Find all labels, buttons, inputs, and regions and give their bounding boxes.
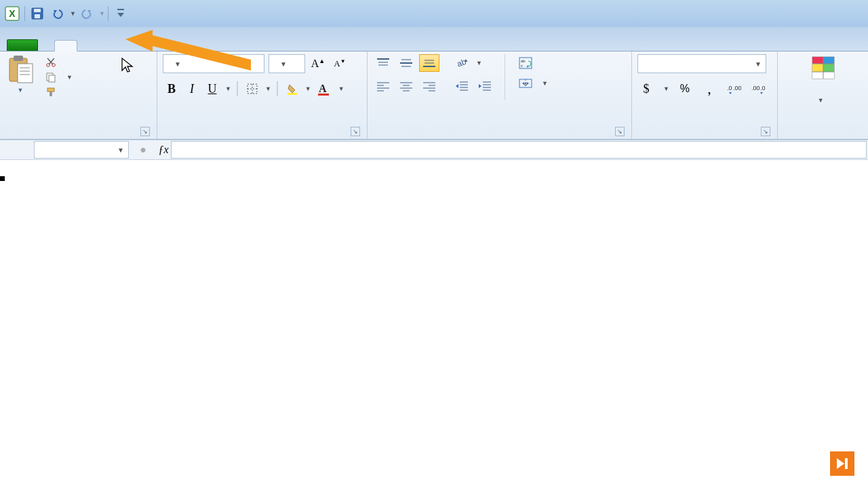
percent-format-button[interactable]: % (676, 80, 694, 98)
group-styles: ▼ (778, 52, 868, 139)
merge-dropdown-icon[interactable]: ▼ (542, 80, 548, 87)
decrease-font-icon[interactable]: A▼ (331, 55, 349, 73)
wrap-text-icon: abc (519, 57, 532, 69)
decrease-indent-button[interactable] (452, 77, 472, 95)
undo-icon[interactable] (48, 4, 67, 23)
underline-button[interactable]: U (203, 80, 221, 98)
svg-rect-19 (50, 92, 52, 96)
tab-formulas[interactable] (156, 40, 164, 51)
comma-format-button[interactable]: , (701, 80, 718, 98)
align-left-button[interactable] (373, 77, 393, 95)
paste-icon (5, 54, 35, 85)
font-name-combo[interactable]: ▼ (163, 54, 264, 73)
paste-dropdown-icon[interactable]: ▼ (18, 87, 24, 94)
redo-icon[interactable] (77, 4, 96, 23)
increase-font-icon[interactable]: A▲ (309, 55, 327, 73)
group-label-styles (783, 135, 863, 139)
tab-review[interactable] (205, 40, 213, 51)
chevron-down-icon: ▼ (280, 60, 287, 68)
orientation-dropdown-icon[interactable]: ▼ (476, 60, 482, 66)
quick-access-toolbar: X ▼ ▼ (0, 4, 130, 23)
number-launcher[interactable]: ↘ (761, 127, 770, 136)
fill-handle[interactable] (0, 176, 5, 181)
wrap-text-button[interactable]: abc (515, 56, 552, 70)
svg-text:.0: .0 (727, 85, 732, 92)
svg-rect-20 (248, 84, 257, 94)
copy-dropdown-icon[interactable]: ▼ (66, 74, 73, 81)
cond-dropdown-icon[interactable]: ▼ (818, 97, 824, 104)
borders-dropdown-icon[interactable]: ▼ (265, 85, 271, 92)
cut-icon (45, 56, 57, 68)
group-clipboard: ▼ ▼ ↘ (0, 52, 157, 139)
group-label-number: ↘ (637, 135, 772, 139)
font-launcher[interactable]: ↘ (351, 127, 360, 136)
conditional-formatting-icon (810, 54, 837, 81)
redo-dropdown-icon[interactable]: ▼ (99, 10, 105, 17)
tab-data[interactable] (180, 40, 189, 51)
paste-button[interactable]: ▼ (5, 54, 38, 94)
decrease-decimal-button[interactable]: .00.0 (749, 80, 767, 98)
clipboard-launcher[interactable]: ↘ (140, 127, 150, 136)
cut-button[interactable] (42, 56, 75, 69)
svg-rect-75 (845, 458, 848, 469)
name-box[interactable]: ▼ (34, 141, 129, 159)
tab-insert[interactable] (94, 40, 102, 51)
svg-text:c: c (521, 64, 523, 68)
chevron-down-icon[interactable]: ▼ (117, 146, 124, 154)
svg-rect-3 (34, 9, 41, 12)
font-color-dropdown-icon[interactable]: ▼ (338, 85, 344, 92)
merge-center-button[interactable]: a ▼ (515, 76, 552, 91)
svg-rect-4 (35, 14, 40, 18)
tab-file[interactable] (7, 39, 38, 51)
orientation-button[interactable]: ab (452, 54, 472, 72)
borders-button[interactable] (243, 80, 261, 98)
format-painter-button[interactable] (42, 85, 75, 99)
align-right-button[interactable] (419, 77, 439, 95)
fill-color-button[interactable] (283, 80, 301, 98)
fx-icon[interactable]: ƒx (156, 142, 171, 157)
copy-icon (45, 71, 57, 83)
excel-icon[interactable]: X (3, 4, 22, 23)
alignment-launcher[interactable]: ↘ (615, 127, 625, 136)
tab-home[interactable] (54, 40, 77, 52)
fill-color-dropdown-icon[interactable]: ▼ (305, 85, 311, 92)
increase-indent-button[interactable] (475, 77, 495, 95)
merge-icon: a (519, 77, 532, 89)
font-size-combo[interactable]: ▼ (269, 54, 305, 73)
svg-rect-23 (288, 93, 297, 95)
align-top-button[interactable] (373, 54, 393, 72)
format-painter-icon (45, 86, 57, 98)
group-label-clipboard: ↘ (5, 135, 151, 139)
align-bottom-button[interactable] (419, 54, 439, 72)
group-alignment: ab ▼ abc a (368, 52, 632, 139)
number-format-combo[interactable]: ▼ (637, 54, 766, 73)
svg-text:.0: .0 (760, 85, 766, 92)
worksheet-grid[interactable] (0, 160, 868, 176)
tab-view[interactable] (229, 40, 237, 51)
align-center-button[interactable] (396, 77, 416, 95)
svg-text:ab: ab (456, 57, 468, 69)
underline-dropdown-icon[interactable]: ▼ (225, 85, 231, 92)
formula-bar[interactable] (171, 141, 867, 159)
customize-qat-icon[interactable] (111, 4, 130, 23)
conditional-formatting-button[interactable]: ▼ (806, 54, 841, 106)
group-label-font: ↘ (163, 135, 361, 139)
accounting-format-button[interactable]: $ (637, 80, 655, 98)
align-middle-button[interactable] (396, 54, 416, 72)
accounting-dropdown-icon[interactable]: ▼ (663, 85, 669, 92)
increase-decimal-button[interactable]: .0.00 (725, 80, 743, 98)
ribbon-tabs (0, 27, 868, 52)
svg-text:X: X (9, 8, 16, 19)
svg-rect-68 (812, 64, 823, 72)
svg-rect-8 (18, 64, 33, 83)
save-icon[interactable] (28, 4, 47, 23)
tab-page-layout[interactable] (132, 40, 140, 51)
bold-button[interactable]: B (163, 80, 180, 98)
svg-rect-18 (47, 88, 54, 92)
undo-dropdown-icon[interactable]: ▼ (70, 10, 76, 17)
title-bar: X ▼ ▼ (0, 0, 868, 27)
group-label-alignment: ↘ (373, 135, 626, 139)
italic-button[interactable]: I (183, 80, 201, 98)
cancel-formula-icon[interactable]: ● (136, 142, 151, 157)
copy-button[interactable]: ▼ (42, 70, 75, 84)
